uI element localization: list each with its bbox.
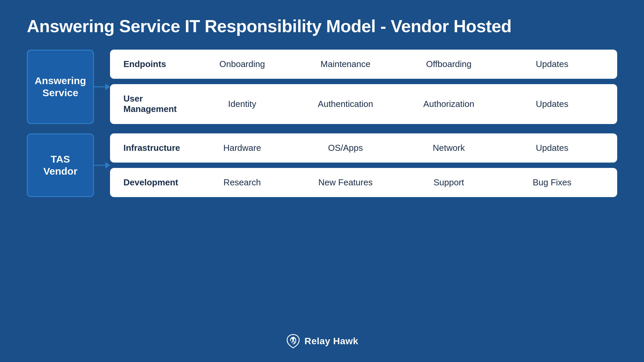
- arrow-answering-service: [94, 50, 110, 124]
- row-item-tas-vendor-0-1: OS/Apps: [294, 143, 397, 153]
- row-item-tas-vendor-0-0: Hardware: [191, 143, 294, 153]
- footer: Relay Hawk: [286, 334, 359, 349]
- section-label-text-tas-vendor: TAS Vendor: [43, 153, 77, 177]
- row-item-tas-vendor-1-2: Support: [397, 177, 500, 188]
- row-item-answering-service-0-3: Updates: [500, 59, 604, 69]
- row-items-tas-vendor-0: HardwareOS/AppsNetworkUpdates: [191, 143, 604, 153]
- row-item-answering-service-0-2: Offboarding: [397, 59, 500, 69]
- rows-container-answering-service: EndpointsOnboardingMaintenanceOffboardin…: [110, 50, 617, 124]
- row-card-tas-vendor-1: DevelopmentResearchNew FeaturesSupportBu…: [110, 168, 617, 197]
- section-label-answering-service: Answering Service: [27, 50, 94, 124]
- relay-hawk-logo-icon: [286, 334, 301, 349]
- section-label-text-answering-service: Answering Service: [35, 75, 86, 99]
- row-category-tas-vendor-1: Development: [123, 177, 191, 188]
- row-item-answering-service-0-0: Onboarding: [191, 59, 294, 69]
- section-group-tas-vendor: TAS VendorInfrastructureHardwareOS/AppsN…: [27, 133, 617, 197]
- arrow-tas-vendor: [94, 133, 110, 197]
- brand-name: Relay Hawk: [305, 336, 359, 347]
- row-items-tas-vendor-1: ResearchNew FeaturesSupportBug Fixes: [191, 177, 604, 188]
- row-item-tas-vendor-0-2: Network: [397, 143, 500, 153]
- row-category-tas-vendor-0: Infrastructure: [123, 143, 191, 153]
- row-category-answering-service-1: User Management: [123, 94, 191, 114]
- row-item-tas-vendor-1-1: New Features: [294, 177, 397, 188]
- row-items-answering-service-0: OnboardingMaintenanceOffboardingUpdates: [191, 59, 604, 69]
- row-card-answering-service-0: EndpointsOnboardingMaintenanceOffboardin…: [110, 50, 617, 79]
- content-area: Answering ServiceEndpointsOnboardingMain…: [27, 50, 617, 324]
- row-item-answering-service-1-3: Updates: [500, 99, 604, 109]
- row-item-answering-service-1-0: Identity: [191, 99, 294, 109]
- section-label-tas-vendor: TAS Vendor: [27, 133, 94, 197]
- row-item-tas-vendor-0-3: Updates: [500, 143, 604, 153]
- row-item-tas-vendor-1-3: Bug Fixes: [500, 177, 604, 188]
- page-title: Answering Service IT Responsibility Mode…: [27, 16, 617, 36]
- row-item-answering-service-1-1: Authentication: [294, 99, 397, 109]
- rows-container-tas-vendor: InfrastructureHardwareOS/AppsNetworkUpda…: [110, 133, 617, 197]
- row-item-answering-service-1-2: Authorization: [397, 99, 500, 109]
- row-item-tas-vendor-1-0: Research: [191, 177, 294, 188]
- row-item-answering-service-0-1: Maintenance: [294, 59, 397, 69]
- section-group-answering-service: Answering ServiceEndpointsOnboardingMain…: [27, 50, 617, 124]
- row-category-answering-service-0: Endpoints: [123, 59, 191, 69]
- row-card-tas-vendor-0: InfrastructureHardwareOS/AppsNetworkUpda…: [110, 133, 617, 163]
- row-card-answering-service-1: User ManagementIdentityAuthenticationAut…: [110, 84, 617, 124]
- row-items-answering-service-1: IdentityAuthenticationAuthorizationUpdat…: [191, 99, 604, 109]
